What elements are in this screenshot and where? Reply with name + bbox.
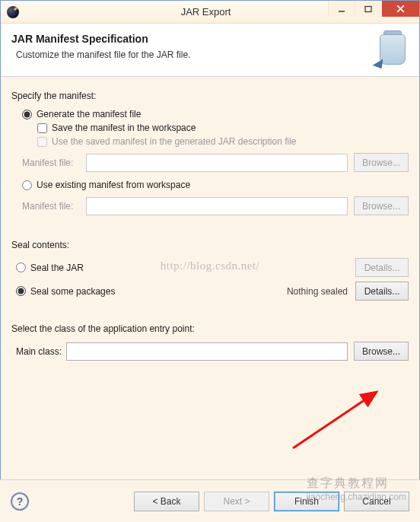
manifest-file-label-1: Manifest file: xyxy=(22,158,86,168)
seal-jar-label: Seal the JAR xyxy=(30,263,84,273)
annotation-arrow xyxy=(288,384,387,453)
svg-line-5 xyxy=(293,392,377,448)
cancel-button[interactable]: Cancel xyxy=(344,492,409,511)
seal-jar-details-button: Details... xyxy=(355,258,409,277)
seal-packages-details-button[interactable]: Details... xyxy=(355,282,409,301)
save-manifest-label: Save the manifest in the workspace xyxy=(52,123,196,133)
browse-main-class-button[interactable]: Browse... xyxy=(354,342,409,361)
wizard-footer: ? < Back Next > Finish Cancel xyxy=(0,479,420,522)
browse-manifest-button-1: Browse... xyxy=(354,153,409,172)
back-button[interactable]: < Back xyxy=(134,492,199,511)
svg-rect-1 xyxy=(365,6,371,11)
page-title: JAR Manifest Specification xyxy=(11,33,409,45)
generate-manifest-label: Generate the manifest file xyxy=(37,109,141,119)
use-saved-manifest-label: Use the saved manifest in the generated … xyxy=(52,136,297,147)
save-manifest-checkbox[interactable] xyxy=(37,123,47,133)
main-class-input[interactable] xyxy=(66,342,348,361)
generate-manifest-radio[interactable] xyxy=(22,110,32,119)
finish-button[interactable]: Finish xyxy=(274,492,339,511)
manifest-file-input-1 xyxy=(86,154,348,172)
window-titlebar: JAR Export xyxy=(1,1,419,24)
maximize-button[interactable] xyxy=(355,1,381,17)
close-button[interactable] xyxy=(381,1,419,17)
manifest-file-input-2 xyxy=(86,197,348,215)
manifest-file-label-2: Manifest file: xyxy=(22,201,86,212)
wizard-content: Specify the manifest: Generate the manif… xyxy=(1,77,419,361)
specify-manifest-label: Specify the manifest: xyxy=(11,91,409,101)
eclipse-icon xyxy=(7,6,19,18)
seal-contents-label: Seal contents: xyxy=(11,240,409,250)
page-subtitle: Customize the manifest file for the JAR … xyxy=(11,49,409,60)
use-saved-manifest-checkbox xyxy=(37,137,47,147)
help-button[interactable]: ? xyxy=(11,492,29,511)
use-existing-manifest-radio[interactable] xyxy=(22,180,32,190)
window-controls xyxy=(328,1,419,17)
main-class-section-label: Select the class of the application entr… xyxy=(11,323,409,334)
seal-status: Nothing sealed xyxy=(287,286,348,297)
browse-manifest-button-2: Browse... xyxy=(354,196,409,215)
next-button: Next > xyxy=(204,492,269,511)
use-existing-manifest-label: Use existing manifest from workspace xyxy=(37,180,190,190)
wizard-header: JAR Manifest Specification Customize the… xyxy=(1,24,419,77)
seal-packages-label: Seal some packages xyxy=(30,286,115,297)
jar-icon xyxy=(375,30,410,71)
seal-packages-radio[interactable] xyxy=(16,286,26,296)
main-class-label: Main class: xyxy=(16,346,62,357)
seal-jar-radio[interactable] xyxy=(16,263,26,272)
minimize-button[interactable] xyxy=(328,1,355,17)
